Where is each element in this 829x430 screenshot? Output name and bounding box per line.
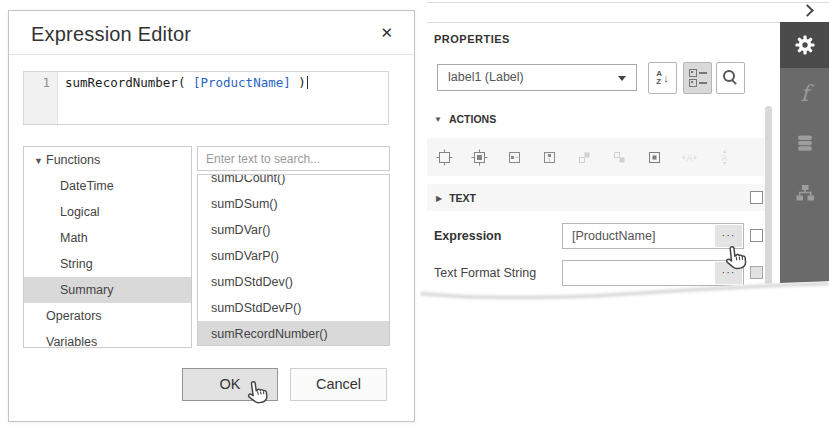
auto-width-button: A bbox=[681, 149, 698, 166]
property-search-button[interactable] bbox=[716, 62, 745, 94]
expand-arrow-icon[interactable]: ▼ bbox=[34, 148, 46, 174]
auto-height-button: A bbox=[716, 149, 733, 166]
text-format-string-checkbox[interactable] bbox=[750, 266, 763, 279]
properties-tab[interactable] bbox=[780, 22, 829, 68]
code-token: ) bbox=[291, 75, 306, 90]
line-number-gutter: 1 bbox=[24, 72, 58, 124]
tree-item-datetime[interactable]: DateTime bbox=[24, 173, 191, 199]
text-format-string-label: Text Format String bbox=[434, 266, 536, 280]
panel-top-strip bbox=[427, 2, 829, 23]
screen: Expression Editor ✕ 1 sumRecordNumber( [… bbox=[0, 0, 829, 430]
database-icon bbox=[795, 133, 815, 153]
actions-toolbar: A A bbox=[427, 138, 765, 176]
functions-list: sumDCount() sumDSum() sumDVar() sumDVarP… bbox=[197, 174, 390, 346]
center-both-button[interactable] bbox=[646, 149, 663, 166]
fit-bounds-button[interactable] bbox=[471, 149, 488, 166]
search-icon bbox=[723, 70, 735, 82]
tree-item-label: Variables bbox=[46, 335, 97, 348]
expression-ellipsis-button[interactable]: ··· bbox=[715, 225, 742, 247]
tree-item-functions[interactable]: ▼Functions bbox=[24, 147, 191, 173]
expression-code: sumRecordNumber( [ProductName] ) bbox=[58, 72, 308, 124]
section-expand-icon: ▶ bbox=[436, 194, 442, 203]
tree-item-variables[interactable]: Variables bbox=[24, 329, 191, 348]
fit-to-container-button[interactable] bbox=[436, 149, 453, 166]
category-view-button[interactable] bbox=[683, 62, 712, 94]
tree-item-label: Summary bbox=[60, 283, 113, 297]
function-item[interactable]: sumDVarP() bbox=[198, 243, 389, 269]
text-section-header[interactable]: ▶TEXT bbox=[427, 184, 765, 211]
svg-text:A: A bbox=[721, 152, 727, 162]
properties-panel: PROPERTIES label1 (Label) AZ ↓ ▼ACTIONS bbox=[420, 0, 829, 310]
text-section-label: TEXT bbox=[449, 192, 476, 204]
code-token: sumRecordNumber( bbox=[65, 75, 193, 90]
hierarchy-icon bbox=[795, 183, 815, 203]
function-item[interactable]: sumDVar() bbox=[198, 217, 389, 243]
tree-item-summary[interactable]: Summary bbox=[24, 277, 191, 303]
bring-to-front-button bbox=[576, 149, 593, 166]
expressions-tab[interactable]: f bbox=[780, 68, 829, 118]
expression-value: [ProductName] bbox=[563, 229, 715, 243]
function-item-selected[interactable]: sumRecordNumber() bbox=[198, 321, 389, 346]
dialog-title: Expression Editor bbox=[31, 23, 191, 46]
tree-item-label: Math bbox=[60, 231, 88, 245]
tree-item-string[interactable]: String bbox=[24, 251, 191, 277]
expression-checkbox[interactable] bbox=[750, 229, 763, 242]
control-selector-dropdown[interactable]: label1 (Label) bbox=[437, 64, 637, 91]
ok-button[interactable]: OK bbox=[182, 368, 278, 401]
sort-az-button[interactable]: AZ ↓ bbox=[648, 62, 677, 94]
gear-icon bbox=[793, 33, 817, 57]
tree-item-label: Functions bbox=[46, 153, 100, 167]
category-view-icon bbox=[689, 69, 707, 87]
tree-item-math[interactable]: Math bbox=[24, 225, 191, 251]
sort-arrow-icon: ↓ bbox=[663, 73, 669, 84]
designer-side-toolbar: f bbox=[780, 22, 829, 310]
actions-section-header[interactable]: ▼ACTIONS bbox=[434, 113, 496, 125]
function-item[interactable]: sumDStdDev() bbox=[198, 269, 389, 295]
report-structure-tab[interactable] bbox=[780, 168, 829, 218]
tree-item-operators[interactable]: Operators bbox=[24, 303, 191, 329]
cancel-button[interactable]: Cancel bbox=[290, 368, 387, 401]
tree-item-label: Operators bbox=[46, 309, 102, 323]
close-icon[interactable]: ✕ bbox=[380, 24, 393, 42]
title-divider bbox=[9, 54, 414, 55]
send-to-back-button bbox=[611, 149, 628, 166]
chevron-down-icon bbox=[618, 76, 626, 81]
tree-item-label: String bbox=[60, 257, 93, 271]
function-item[interactable]: sumDSum() bbox=[198, 191, 389, 217]
tree-item-label: DateTime bbox=[60, 179, 114, 193]
text-format-string-input[interactable]: ··· bbox=[562, 260, 744, 286]
expression-code-editor[interactable]: 1 sumRecordNumber( [ProductName] ) bbox=[23, 71, 389, 125]
text-format-string-ellipsis-button[interactable]: ··· bbox=[715, 262, 742, 284]
svg-text:A: A bbox=[686, 152, 692, 162]
expression-editor-dialog: Expression Editor ✕ 1 sumRecordNumber( [… bbox=[8, 10, 415, 422]
field-list-tab[interactable] bbox=[780, 118, 829, 168]
function-icon: f bbox=[800, 81, 808, 106]
properties-header: PROPERTIES bbox=[434, 33, 510, 45]
expression-label: Expression bbox=[434, 229, 501, 243]
category-tree: ▼Functions DateTime Logical Math String … bbox=[23, 146, 192, 348]
expression-input[interactable]: [ProductName] ··· bbox=[562, 223, 744, 249]
center-vertically-button[interactable] bbox=[541, 149, 558, 166]
selected-control-label: label1 (Label) bbox=[448, 70, 524, 84]
sort-az-icon: AZ bbox=[656, 70, 662, 86]
text-section-checkbox[interactable] bbox=[750, 191, 763, 204]
scrollbar[interactable] bbox=[765, 106, 772, 286]
function-item[interactable]: sumDCount() bbox=[198, 174, 389, 191]
section-collapse-icon: ▼ bbox=[434, 115, 442, 124]
tree-item-label: Logical bbox=[60, 205, 100, 219]
line-number: 1 bbox=[42, 75, 50, 90]
text-caret bbox=[307, 76, 308, 89]
function-item[interactable]: sumDStdDevP() bbox=[198, 295, 389, 321]
search-input[interactable] bbox=[197, 146, 390, 171]
center-horizontally-button[interactable] bbox=[506, 149, 523, 166]
actions-label: ACTIONS bbox=[449, 113, 496, 125]
tree-item-logical[interactable]: Logical bbox=[24, 199, 191, 225]
code-field-token: [ProductName] bbox=[193, 75, 291, 90]
